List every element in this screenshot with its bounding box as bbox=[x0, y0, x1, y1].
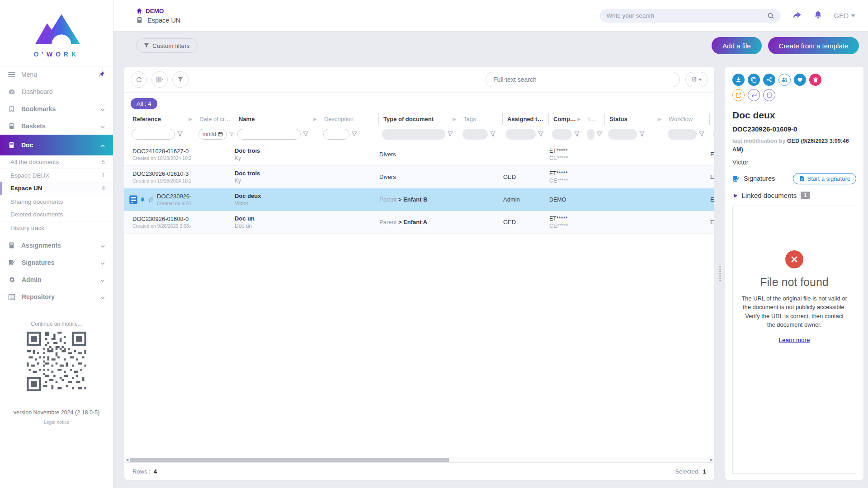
detail-reference: DOC230926-01609-0 bbox=[732, 125, 856, 133]
column-header-company[interactable]: Comp…▶ bbox=[548, 113, 584, 125]
table-row[interactable]: DOC230926-01608-0Created on 9/26/2023 3:… bbox=[124, 211, 714, 234]
sidebar-item-espace-deux[interactable]: Espace DEUX 1 bbox=[0, 169, 113, 182]
chip-all[interactable]: All : 4 bbox=[131, 98, 157, 109]
linked-documents-toggle[interactable]: ▶ Linked documents 1 bbox=[732, 192, 856, 199]
header-right: GED bbox=[600, 9, 855, 23]
fulltext-search-input[interactable] bbox=[486, 72, 680, 87]
search-icon[interactable] bbox=[767, 12, 774, 19]
legal-notice-link[interactable]: Legal notice bbox=[44, 419, 70, 425]
learn-more-link[interactable]: Learn more bbox=[778, 337, 810, 343]
sidebar-item-bookmarks[interactable]: Bookmarks bbox=[0, 100, 113, 117]
horizontal-scrollbar[interactable]: ◀ ▶ bbox=[124, 457, 714, 463]
sidebar-item-history-track[interactable]: History track bbox=[0, 221, 113, 234]
sidebar-menu-header[interactable]: Menu bbox=[0, 66, 113, 83]
column-header-assigned[interactable]: Assigned t… bbox=[502, 113, 548, 125]
sidebar-item-admin[interactable]: Admin bbox=[0, 271, 113, 288]
global-search-input[interactable] bbox=[606, 12, 767, 19]
add-file-button[interactable]: Add a file bbox=[712, 37, 762, 54]
sidebar-item-assignments[interactable]: Assignments bbox=[0, 237, 113, 254]
notifications-bell-icon[interactable] bbox=[813, 10, 823, 22]
table-row[interactable]: DOC241028-01627-0Created on 10/28/2024 1… bbox=[124, 143, 714, 166]
table-row-selected[interactable]: w DOC230926-01609-0Created on 9/26/2023 … bbox=[124, 188, 714, 211]
filter-tags-select[interactable] bbox=[462, 129, 488, 140]
scrollbar-thumb[interactable] bbox=[130, 458, 449, 462]
custom-filters-button[interactable]: Custom filters bbox=[136, 38, 198, 53]
funnel-icon[interactable] bbox=[448, 131, 453, 137]
column-header-status[interactable]: Status▶ bbox=[604, 113, 664, 125]
filter-description-input[interactable] bbox=[323, 129, 349, 140]
sidebar-item-sharing-documents[interactable]: Sharing documents bbox=[0, 195, 113, 208]
column-header-y[interactable]: Y… bbox=[709, 113, 714, 125]
sidebar-item-doc[interactable]: Doc bbox=[0, 135, 113, 155]
favorite-button[interactable] bbox=[794, 74, 806, 86]
pin-sidebar-icon[interactable] bbox=[99, 71, 105, 79]
funnel-icon[interactable] bbox=[538, 131, 543, 137]
breadcrumb-root[interactable]: DEMO bbox=[136, 8, 180, 14]
funnel-icon[interactable] bbox=[597, 131, 602, 137]
table-settings-button[interactable]: ⚙ bbox=[685, 72, 708, 87]
funnel-icon[interactable] bbox=[639, 131, 645, 137]
user-menu[interactable]: GED bbox=[834, 12, 855, 19]
column-header-description[interactable]: Description bbox=[320, 113, 378, 125]
filter-y-select[interactable] bbox=[713, 129, 714, 140]
refresh-button[interactable] bbox=[131, 71, 147, 88]
filter-i-select[interactable] bbox=[587, 129, 594, 140]
filter-type-select[interactable] bbox=[382, 129, 445, 140]
open-external-button[interactable] bbox=[732, 89, 745, 101]
filter-name-input[interactable] bbox=[237, 129, 301, 140]
users-access-button[interactable] bbox=[778, 74, 791, 86]
download-button[interactable] bbox=[732, 74, 745, 86]
sidebar-item-signatures[interactable]: Signatures bbox=[0, 254, 113, 271]
filter-status-select[interactable] bbox=[608, 129, 637, 140]
filter-button[interactable] bbox=[172, 71, 189, 88]
list-icon bbox=[8, 294, 15, 300]
filter-assigned-select[interactable] bbox=[506, 129, 536, 140]
sidebar-item-espace-un[interactable]: Espace UN 4 bbox=[0, 182, 113, 195]
filter-date-input[interactable]: mm/d bbox=[198, 129, 227, 140]
funnel-icon[interactable] bbox=[490, 131, 495, 137]
copy-button[interactable] bbox=[748, 74, 760, 86]
sub-item-label: Sharing documents bbox=[10, 198, 63, 205]
column-header-name[interactable]: Name▶ bbox=[234, 113, 320, 125]
columns-button[interactable] bbox=[151, 71, 168, 88]
column-header-date[interactable]: Date of cr… bbox=[195, 113, 234, 125]
scroll-left-icon[interactable]: ◀ bbox=[126, 457, 128, 462]
column-header-reference[interactable]: Reference▶ bbox=[128, 113, 195, 125]
column-header-i[interactable]: I… bbox=[584, 113, 604, 125]
funnel-icon[interactable] bbox=[352, 131, 357, 137]
global-search bbox=[600, 9, 781, 23]
create-from-template-button[interactable]: Create from a template bbox=[768, 37, 859, 54]
doc-reference: DOC230926-01609-0 bbox=[157, 193, 191, 200]
delete-button[interactable] bbox=[809, 74, 821, 86]
share-button[interactable] bbox=[763, 74, 775, 86]
start-signature-button[interactable]: Start a signature bbox=[793, 173, 856, 184]
signature-doc-icon bbox=[799, 175, 805, 182]
funnel-icon[interactable] bbox=[177, 131, 183, 137]
selected-count: Selected:1 bbox=[675, 468, 706, 475]
column-header-type[interactable]: Type of document▶ bbox=[378, 113, 459, 125]
filter-workflow-select[interactable] bbox=[668, 129, 697, 140]
document-info-button[interactable] bbox=[763, 89, 775, 101]
sidebar-item-repository[interactable]: Repository bbox=[0, 288, 113, 305]
funnel-icon[interactable] bbox=[229, 131, 234, 137]
funnel-icon[interactable] bbox=[699, 131, 704, 137]
signatures-label: Signatures bbox=[732, 175, 775, 183]
table-row[interactable]: DOC230926-01610-3Created on 10/28/2024 1… bbox=[124, 166, 714, 188]
column-header-tags[interactable]: Tags bbox=[459, 113, 502, 125]
scroll-right-icon[interactable]: ▶ bbox=[710, 457, 713, 462]
sidebar-item-all-documents[interactable]: All the documents 5 bbox=[0, 155, 113, 169]
sidebar-item-deleted-documents[interactable]: Deleted documents bbox=[0, 208, 113, 221]
sidebar: O'WORK Menu Dashboard Bookmarks Baskets … bbox=[0, 0, 113, 488]
word-file-icon: w bbox=[129, 195, 138, 205]
sidebar-item-baskets[interactable]: Baskets bbox=[0, 117, 113, 135]
funnel-icon[interactable] bbox=[574, 131, 580, 137]
breadcrumb-page[interactable]: Espace UN bbox=[136, 17, 180, 24]
panel-resizer[interactable] bbox=[718, 67, 721, 480]
funnel-icon[interactable] bbox=[303, 131, 308, 137]
column-header-workflow[interactable]: Workflow bbox=[664, 113, 709, 125]
share-forward-icon[interactable] bbox=[792, 10, 802, 22]
sidebar-item-dashboard[interactable]: Dashboard bbox=[0, 83, 113, 100]
return-button[interactable] bbox=[748, 89, 760, 101]
filter-company-select[interactable] bbox=[552, 129, 572, 140]
filter-reference-input[interactable] bbox=[132, 129, 175, 140]
